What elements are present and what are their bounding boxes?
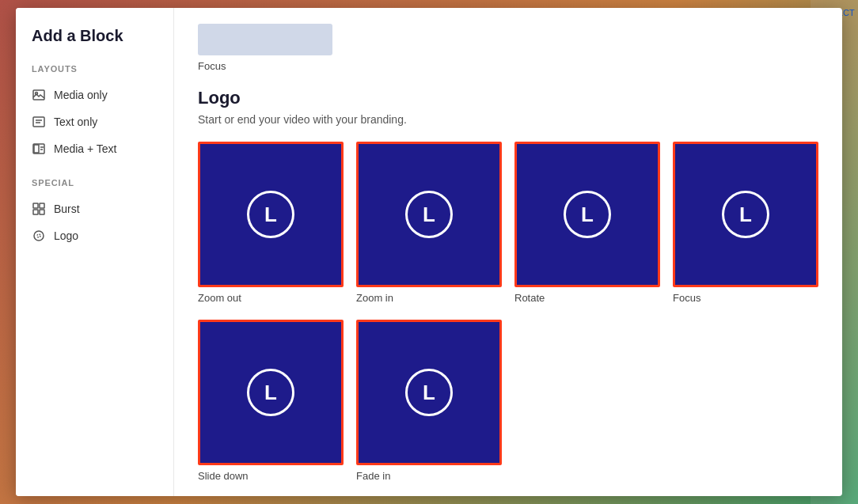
block-focus[interactable]: L Focus — [673, 142, 818, 304]
burst-label: Burst — [54, 203, 80, 215]
logo-blocks-row2: L Slide down L Fade in — [198, 320, 818, 482]
block-zoom-in[interactable]: L Zoom in — [356, 142, 502, 304]
logo-section-heading: Logo — [198, 88, 818, 108]
sidebar-item-logo[interactable]: Logo — [16, 222, 173, 249]
logo-icon — [32, 229, 46, 243]
rotate-thumb: L — [514, 142, 660, 287]
fade-in-logo-circle: L — [405, 369, 453, 416]
rotate-logo-circle: L — [564, 191, 611, 238]
zoom-in-thumb: L — [356, 142, 502, 287]
focus-logo-circle: L — [722, 191, 769, 238]
svg-rect-6 — [34, 145, 39, 153]
svg-point-13 — [34, 231, 44, 241]
block-rotate[interactable]: L Rotate — [514, 142, 660, 304]
block-zoom-out[interactable]: L Zoom out — [198, 142, 344, 304]
sidebar-item-media-text[interactable]: Media + Text — [16, 135, 173, 162]
svg-rect-9 — [33, 203, 38, 208]
special-section-label: SPECIAL — [16, 178, 173, 195]
svg-point-14 — [37, 234, 40, 237]
modal-title: Add a Block — [16, 27, 173, 64]
media-only-label: Media only — [54, 89, 108, 101]
burst-icon — [32, 202, 46, 216]
slide-down-thumb: L — [198, 320, 344, 465]
focus-preview-thumb — [198, 24, 332, 55]
focus-label: Focus — [673, 292, 818, 304]
logo-section-desc: Start or end your video with your brandi… — [198, 113, 818, 126]
fade-in-label: Fade in — [356, 470, 502, 482]
media-text-icon — [32, 142, 46, 156]
svg-rect-10 — [40, 203, 44, 208]
logo-blocks-row1: L Zoom out L Zoom in L Rotate — [198, 142, 818, 304]
focus-top-label: Focus — [198, 60, 818, 72]
slide-down-logo-circle: L — [247, 369, 294, 416]
block-fade-in[interactable]: L Fade in — [356, 320, 502, 482]
block-slide-down[interactable]: L Slide down — [198, 320, 344, 482]
focus-thumb: L — [673, 142, 818, 287]
add-block-modal: Add a Block LAYOUTS Media only Text — [16, 8, 842, 496]
svg-rect-2 — [33, 117, 44, 127]
fade-in-thumb: L — [356, 320, 502, 465]
text-only-label: Text only — [54, 116, 97, 128]
rotate-label: Rotate — [514, 292, 660, 304]
zoom-out-thumb: L — [198, 142, 344, 287]
layouts-section-label: LAYOUTS — [16, 64, 173, 81]
logo-section: Logo Start or end your video with your b… — [198, 88, 818, 482]
sidebar: Add a Block LAYOUTS Media only Text — [16, 8, 174, 496]
media-text-label: Media + Text — [54, 142, 117, 155]
sidebar-item-burst[interactable]: Burst — [16, 195, 173, 222]
zoom-out-label: Zoom out — [198, 292, 344, 304]
sidebar-item-media-only[interactable]: Media only — [16, 81, 173, 108]
zoom-in-logo-circle: L — [405, 191, 453, 238]
text-icon — [32, 115, 46, 129]
logo-label: Logo — [54, 229, 78, 242]
sidebar-item-text-only[interactable]: Text only — [16, 108, 173, 135]
main-content: Focus Logo Start or end your video with … — [174, 8, 842, 496]
top-focus-item: Focus — [198, 24, 818, 72]
image-icon — [32, 88, 46, 102]
zoom-out-logo-circle: L — [247, 191, 294, 238]
svg-rect-12 — [40, 210, 44, 214]
svg-rect-11 — [33, 210, 38, 214]
slide-down-label: Slide down — [198, 470, 344, 482]
zoom-in-label: Zoom in — [356, 292, 502, 304]
